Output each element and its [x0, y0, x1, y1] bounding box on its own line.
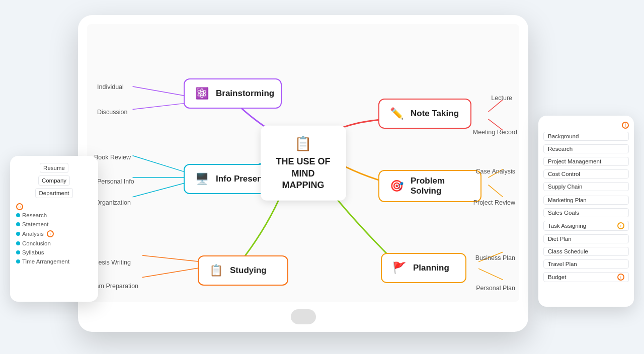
- right-card-project-management: Project Management: [543, 157, 629, 166]
- planning-label: Planning: [413, 263, 449, 273]
- note-taking-node: ✏️ Note Taking: [378, 99, 471, 129]
- problem-solving-node: 🎯 Problem Solving: [378, 170, 481, 202]
- svg-line-0: [133, 86, 187, 96]
- branch-business-plan: Business Plan: [475, 254, 515, 261]
- card-right: i Background Research Project Management…: [538, 116, 634, 307]
- right-card-class-schedule: Class Schedule: [543, 247, 629, 256]
- left-card-department: Department: [35, 188, 72, 198]
- right-card-badge-2: i: [617, 222, 624, 229]
- branch-case-analysis: Case Analysis: [475, 168, 515, 175]
- right-card-icon-top: i: [622, 122, 629, 129]
- right-card-background: Background: [543, 132, 629, 141]
- left-card-syllabus: Syllabus: [16, 249, 92, 255]
- left-card-icon-1: ○: [16, 203, 23, 210]
- right-card-badge-3: i: [617, 274, 624, 281]
- planning-node: 🚩 Planning: [381, 253, 466, 283]
- note-taking-label: Note Taking: [411, 109, 459, 119]
- right-card-diet-plan: Diet Plan: [543, 234, 629, 243]
- left-card-research: Research: [16, 212, 92, 218]
- svg-line-12: [478, 269, 503, 280]
- studying-icon: 📋: [207, 261, 225, 280]
- center-title: THE USE OF MIND MAPPING: [273, 156, 334, 191]
- svg-line-10: [489, 185, 503, 197]
- left-card-resume: Resume: [40, 163, 68, 173]
- tablet-screen: 📋 THE USE OF MIND MAPPING ⚛️ Brainstormi…: [87, 24, 519, 302]
- left-card-badge-1: i: [47, 230, 54, 237]
- branch-individual: Individual: [97, 83, 124, 91]
- studying-node: 📋 Studying: [198, 255, 288, 286]
- brainstorming-label: Brainstorming: [216, 88, 274, 99]
- svg-line-1: [133, 103, 187, 110]
- svg-line-5: [142, 255, 201, 262]
- studying-label: Studying: [230, 266, 267, 276]
- branch-meeting-record: Meeting Record: [473, 129, 517, 136]
- branch-lecture: Lecture: [491, 95, 512, 102]
- right-card-supply-chain: Supply Chain: [543, 182, 629, 191]
- branch-personal-plan: Personal Plan: [476, 285, 515, 292]
- left-card-company: Company: [38, 175, 70, 186]
- right-card-marketing-plan: Marketing Plan: [543, 196, 629, 205]
- svg-line-6: [142, 268, 201, 277]
- right-card-research: Research: [543, 144, 629, 153]
- svg-line-4: [133, 183, 187, 197]
- right-card-cost-control: Cost Control: [543, 169, 629, 179]
- branch-personal-info: Personal Info: [97, 178, 134, 185]
- card-left: Resume Company Department ○ Research Sta…: [10, 156, 98, 302]
- info-presenting-icon: 🖥️: [193, 170, 211, 188]
- scene: 📋 THE USE OF MIND MAPPING ⚛️ Brainstormi…: [0, 0, 644, 354]
- left-card-time-arrangement: Time Arrangement: [16, 258, 92, 264]
- branch-book-review: Book Review: [94, 154, 131, 161]
- left-card-analysis: Analysis i: [16, 230, 92, 237]
- right-card-task-assigning: Task Assigning i: [543, 221, 629, 231]
- right-card-budget: Budget i: [543, 272, 629, 282]
- problem-solving-icon: 🎯: [387, 177, 406, 195]
- left-card-statement: Statement: [16, 221, 92, 227]
- note-taking-icon: ✏️: [387, 105, 406, 123]
- branch-project-review: Project Review: [473, 199, 515, 206]
- center-node: 📋 THE USE OF MIND MAPPING: [261, 126, 346, 201]
- tablet-main: 📋 THE USE OF MIND MAPPING ⚛️ Brainstormi…: [78, 15, 528, 332]
- problem-solving-label: Problem Solving: [411, 176, 472, 196]
- left-card-conclusion: Conclusion: [16, 240, 92, 246]
- right-card-travel-plan: Travel Plan: [543, 259, 629, 269]
- tablet-home-button: [291, 309, 316, 324]
- planning-icon: 🚩: [390, 259, 408, 277]
- brainstorming-icon: ⚛️: [193, 84, 211, 103]
- svg-line-2: [133, 155, 187, 172]
- brainstorming-node: ⚛️ Brainstorming: [184, 78, 282, 109]
- right-card-sales-goals: Sales Goals: [543, 208, 629, 217]
- branch-organization: Organization: [95, 199, 131, 206]
- branch-discussion: Discussion: [97, 109, 127, 116]
